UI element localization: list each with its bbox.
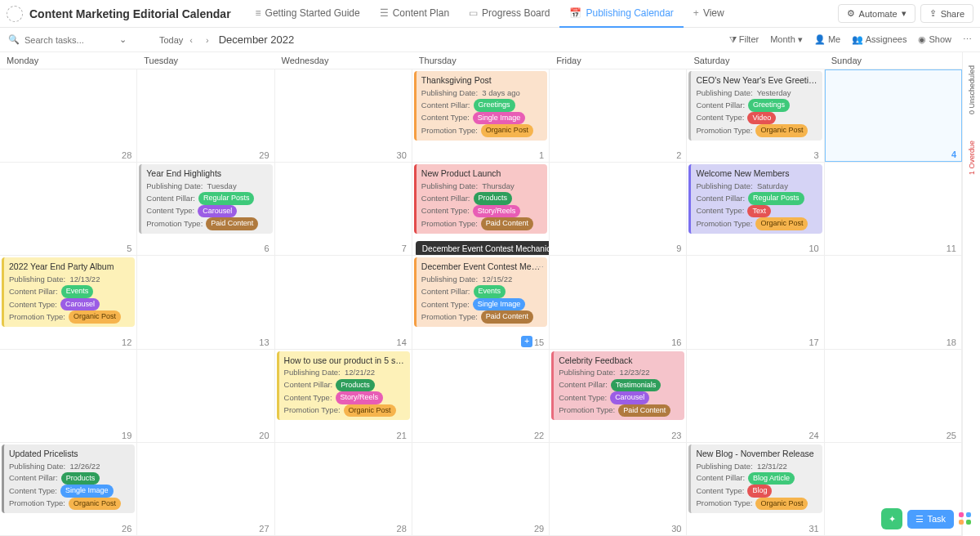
unscheduled-tab[interactable]: 0 Unscheduled (968, 60, 976, 119)
calendar-cell[interactable]: 28 (0, 69, 137, 162)
pillar-tag: Greetings (748, 99, 790, 112)
day-number: 25 (947, 431, 956, 440)
promo-tag: Organic Post (69, 498, 121, 511)
calendar-cell[interactable]: 25 (825, 350, 962, 442)
calendar-cell[interactable]: 28 (275, 443, 412, 535)
calendar-cell[interactable]: Thanksgiving Post Publishing Date: 3 day… (412, 69, 550, 162)
calendar-cell[interactable]: New Blog - November Release Publishing D… (687, 443, 824, 535)
automate-button[interactable]: ⚙ Automate ▾ (838, 4, 915, 23)
type-tag: Blog (747, 485, 772, 498)
day-number: 7 (402, 243, 407, 253)
next-month-button[interactable]: › (199, 35, 216, 45)
side-tabs: 0 Unscheduled 1 Overdue (962, 52, 980, 536)
add-event-button[interactable]: + (521, 336, 532, 347)
me-filter[interactable]: 👤 Me (814, 34, 840, 45)
filter-label: Filter (739, 34, 759, 44)
card-pub-date: Publishing Date: Thursday (421, 181, 542, 192)
card-more-icon[interactable]: ⋯ (536, 261, 544, 273)
calendar-cell[interactable]: 18 (825, 256, 962, 348)
calendar-cell[interactable]: 20 (137, 350, 274, 442)
card-title: New Blog - November Release (696, 448, 817, 461)
calendar-cell[interactable]: Updated Pricelists Publishing Date: 12/2… (0, 443, 137, 535)
calendar-cell[interactable]: 7 (275, 163, 412, 255)
calendar-cell[interactable]: 2022 Year End Party Album Publishing Dat… (0, 256, 137, 348)
calendar-cell[interactable]: 13 (137, 256, 274, 348)
calendar-cell[interactable]: 9 (550, 163, 687, 255)
day-header: Monday (0, 52, 137, 69)
day-number: 24 (808, 431, 818, 440)
calendar-cell[interactable]: 14 (275, 256, 412, 348)
tab-view[interactable]: +View (684, 0, 734, 27)
day-number: 17 (808, 337, 818, 347)
event-card[interactable]: New Product Launch Publishing Date: Thur… (414, 164, 547, 234)
calendar-cell[interactable]: 2 (550, 69, 687, 162)
calendar-cell[interactable]: ⋯ December Event Contest Mechan Publishi… (412, 256, 550, 348)
search-input[interactable] (24, 35, 114, 45)
tab-getting-started-guide[interactable]: ≡Getting Started Guide (246, 0, 370, 27)
tab-progress-board[interactable]: ▭Progress Board (459, 0, 559, 27)
day-number: 3 (814, 150, 819, 160)
calendar-cell[interactable]: 30 (275, 69, 412, 162)
calendar-cell[interactable]: 27 (137, 443, 274, 535)
calendar-cell[interactable]: Year End Highlights Publishing Date: Tue… (137, 163, 274, 255)
event-card[interactable]: Celebrity Feedback Publishing Date: 12/2… (551, 351, 684, 421)
calendar-cell[interactable]: Welcome New Members Publishing Date: Sat… (687, 163, 824, 255)
record-button[interactable]: ✦ (881, 508, 902, 529)
day-number: 10 (808, 243, 818, 253)
calendar-cell[interactable]: 11 (825, 163, 962, 255)
day-number: 15 (534, 337, 544, 347)
event-card[interactable]: Updated Pricelists Publishing Date: 12/2… (2, 444, 135, 514)
event-card[interactable]: New Blog - November Release Publishing D… (688, 444, 822, 514)
more-icon[interactable]: ⋯ (963, 34, 972, 45)
pillar-tag: Testimonials (611, 379, 662, 392)
tab-publishing-calendar[interactable]: 📅Publishing Calendar (559, 0, 683, 28)
calendar-cell[interactable]: CEO's New Year's Eve Greetings Publishin… (687, 69, 824, 162)
prev-month-button[interactable]: ‹ (183, 35, 199, 45)
day-number: 31 (808, 524, 818, 534)
calendar-cell[interactable]: 30 (550, 443, 687, 535)
day-number: 9 (676, 243, 681, 253)
calendar-cell[interactable]: 22 (412, 350, 550, 442)
calendar-cell[interactable]: 29 (137, 69, 274, 162)
calendar-cell[interactable]: 16 (550, 256, 687, 348)
event-card[interactable]: How to use our product in 5 simple st Pu… (277, 351, 410, 421)
event-card[interactable]: Thanksgiving Post Publishing Date: 3 day… (414, 71, 547, 141)
event-card[interactable]: ⋯ December Event Contest Mechan Publishi… (414, 257, 547, 327)
calendar-cell[interactable]: 17 (687, 256, 824, 348)
tab-content-plan[interactable]: ☰Content Plan (370, 0, 459, 27)
card-title: December Event Contest Mechan (421, 261, 542, 274)
card-pub-date: Publishing Date: 12/21/22 (284, 367, 405, 378)
calendar-cell[interactable]: 5 (0, 163, 137, 255)
card-pillar: Content Pillar: Regular Posts (696, 192, 817, 205)
promo-tag: Organic Post (755, 217, 808, 230)
pillar-tag: Greetings (474, 99, 515, 112)
calendar-cell[interactable]: 24 (687, 350, 824, 442)
share-button[interactable]: ⇪ Share (920, 4, 973, 23)
tab-label: View (703, 7, 724, 19)
show-button[interactable]: ◉ Show (918, 34, 951, 45)
new-task-button[interactable]: ☰ Task (907, 510, 954, 529)
event-card[interactable]: Welcome New Members Publishing Date: Sat… (688, 164, 822, 234)
today-button[interactable]: Today (159, 35, 183, 45)
search-chevron-icon[interactable]: ⌄ (119, 34, 127, 45)
card-type: Content Type: Carousel (146, 205, 267, 218)
calendar-cell[interactable]: How to use our product in 5 simple st Pu… (275, 350, 412, 442)
calendar-cell[interactable]: 29 (412, 443, 550, 535)
assignees-filter[interactable]: 👥 Assignees (852, 34, 906, 45)
task-label: Task (927, 514, 946, 524)
apps-grid-icon[interactable] (959, 512, 972, 525)
event-card[interactable]: CEO's New Year's Eve Greetings Publishin… (688, 71, 822, 141)
month-dropdown[interactable]: Month ▾ (770, 34, 803, 45)
event-card[interactable]: 2022 Year End Party Album Publishing Dat… (2, 257, 135, 327)
calendar-cell[interactable]: New Product Launch Publishing Date: Thur… (412, 163, 550, 255)
day-number: 29 (259, 150, 269, 160)
filter-button[interactable]: ⧩ Filter (729, 34, 760, 45)
calendar-cell[interactable]: 4 (825, 69, 962, 162)
calendar-cell[interactable]: 19 (0, 350, 137, 442)
calendar-cell[interactable]: Celebrity Feedback Publishing Date: 12/2… (550, 350, 687, 442)
overdue-tab[interactable]: 1 Overdue (968, 136, 976, 180)
day-number: 30 (397, 150, 407, 160)
day-number: 12 (122, 337, 131, 347)
tab-label: Publishing Calendar (586, 7, 673, 19)
event-card[interactable]: Year End Highlights Publishing Date: Tue… (139, 164, 272, 234)
